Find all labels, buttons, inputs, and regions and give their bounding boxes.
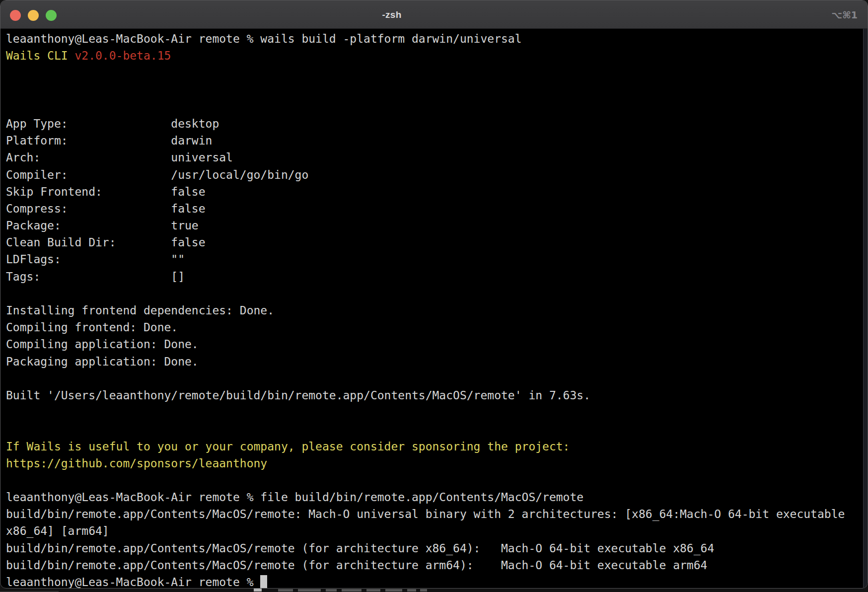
- terminal-text-segment: Clean Build Dir: false: [6, 236, 206, 249]
- terminal-line: [6, 81, 863, 98]
- terminal-line: If Wails is useful to you or your compan…: [6, 438, 863, 455]
- terminal-line: LDFlags: "": [6, 251, 863, 268]
- terminal-text-segment: leaanthony@Leas-MacBook-Air remote % fil…: [6, 491, 583, 504]
- terminal-text-segment: Package: true: [6, 219, 199, 232]
- terminal-text-segment: Tags: []: [6, 270, 185, 283]
- terminal-line: Compiling frontend: Done.: [6, 319, 863, 336]
- terminal-text-segment: Wails CLI: [6, 49, 74, 62]
- titlebar[interactable]: -zsh ⌥⌘1: [0, 0, 868, 29]
- terminal-line: Skip Frontend: false: [6, 183, 863, 200]
- terminal-text-segment: Skip Frontend: false: [6, 185, 206, 198]
- terminal-line: Compiling application: Done.: [6, 336, 863, 353]
- terminal-text-segment: build/bin/remote.app/Contents/MacOS/remo…: [6, 542, 714, 555]
- terminal-line: Tags: []: [6, 268, 863, 285]
- terminal-line: Packaging application: Done.: [6, 353, 863, 370]
- terminal-text-segment: LDFlags: "": [6, 253, 185, 266]
- terminal-line: build/bin/remote.app/Contents/MacOS/remo…: [6, 540, 863, 557]
- terminal-text-segment: Compiling application: Done.: [6, 338, 199, 351]
- terminal-line: leaanthony@Leas-MacBook-Air remote % wai…: [6, 30, 863, 47]
- background-fragment: [407, 589, 416, 592]
- terminal-line: build/bin/remote.app/Contents/MacOS/remo…: [6, 506, 863, 522]
- terminal-line: App Type: desktop: [6, 115, 863, 132]
- background-window-fragments: [0, 589, 868, 592]
- terminal-text-segment: App Type: desktop: [6, 117, 219, 130]
- terminal-line: [6, 370, 863, 387]
- terminal-line: Installing frontend dependencies: Done.: [6, 302, 863, 319]
- terminal-text-segment: Compiler: /usr/local/go/bin/go: [6, 168, 308, 181]
- tab-shortcut-badge: ⌥⌘1: [831, 0, 858, 29]
- terminal-output[interactable]: leaanthony@Leas-MacBook-Air remote % wai…: [0, 29, 863, 588]
- terminal-text-segment: build/bin/remote.app/Contents/MacOS/remo…: [6, 508, 845, 520]
- background-fragment: [326, 589, 337, 592]
- background-fragment: [420, 589, 427, 592]
- terminal-text-segment: Arch: universal: [6, 151, 233, 164]
- terminal-line: [6, 285, 863, 302]
- terminal-line: [6, 404, 863, 421]
- terminal-line: leaanthony@Leas-MacBook-Air remote %: [6, 574, 863, 588]
- terminal-line: Built '/Users/leaanthony/remote/build/bi…: [6, 387, 863, 404]
- window-title: -zsh: [0, 0, 783, 29]
- terminal-text-segment: Platform: darwin: [6, 134, 212, 147]
- terminal-line: build/bin/remote.app/Contents/MacOS/remo…: [6, 557, 863, 574]
- terminal-line: leaanthony@Leas-MacBook-Air remote % fil…: [6, 489, 863, 506]
- terminal-line: Platform: darwin: [6, 132, 863, 149]
- background-fragment: [385, 589, 402, 592]
- terminal-text-segment: build/bin/remote.app/Contents/MacOS/remo…: [6, 559, 707, 572]
- sponsor-url[interactable]: https://github.com/sponsors/leaanthony: [6, 457, 267, 470]
- terminal-line: Wails CLI v2.0.0-beta.15: [6, 47, 863, 64]
- scrollbar-track[interactable]: [863, 29, 868, 588]
- terminal-line: x86_64] [arm64]: [6, 522, 863, 539]
- terminal-line: [6, 421, 863, 438]
- background-fragment: [298, 589, 321, 592]
- background-fragment: [342, 589, 362, 592]
- terminal-line: Compiler: /usr/local/go/bin/go: [6, 166, 863, 183]
- terminal-window: -zsh ⌥⌘1 leaanthony@Leas-MacBook-Air rem…: [0, 0, 868, 589]
- background-fragment: [254, 589, 262, 592]
- background-fragment: [366, 589, 380, 592]
- terminal-line: [6, 98, 863, 115]
- terminal-text-segment: If Wails is useful to you or your compan…: [6, 440, 570, 453]
- terminal-text-segment: Built '/Users/leaanthony/remote/build/bi…: [6, 389, 590, 402]
- terminal-text-segment: x86_64] [arm64]: [6, 524, 109, 537]
- terminal-line: Clean Build Dir: false: [6, 234, 863, 251]
- terminal-text-segment: v2.0.0-beta.15: [74, 49, 171, 62]
- terminal-text-segment: Compress: false: [6, 202, 206, 215]
- terminal-line: https://github.com/sponsors/leaanthony: [6, 455, 863, 472]
- terminal-text-segment: Installing frontend dependencies: Done.: [6, 304, 274, 317]
- terminal-line: Package: true: [6, 217, 863, 234]
- terminal-line: [6, 472, 863, 489]
- terminal-text-segment: leaanthony@Leas-MacBook-Air remote %: [6, 576, 260, 588]
- terminal-line: [6, 64, 863, 81]
- terminal-cursor: [260, 575, 267, 588]
- terminal-text-segment: Compiling frontend: Done.: [6, 321, 178, 334]
- terminal-text-segment: leaanthony@Leas-MacBook-Air remote % wai…: [6, 32, 522, 45]
- terminal-line: Compress: false: [6, 200, 863, 217]
- terminal-text-segment: Packaging application: Done.: [6, 355, 199, 368]
- background-fragment: [278, 589, 293, 592]
- terminal-line: Arch: universal: [6, 149, 863, 166]
